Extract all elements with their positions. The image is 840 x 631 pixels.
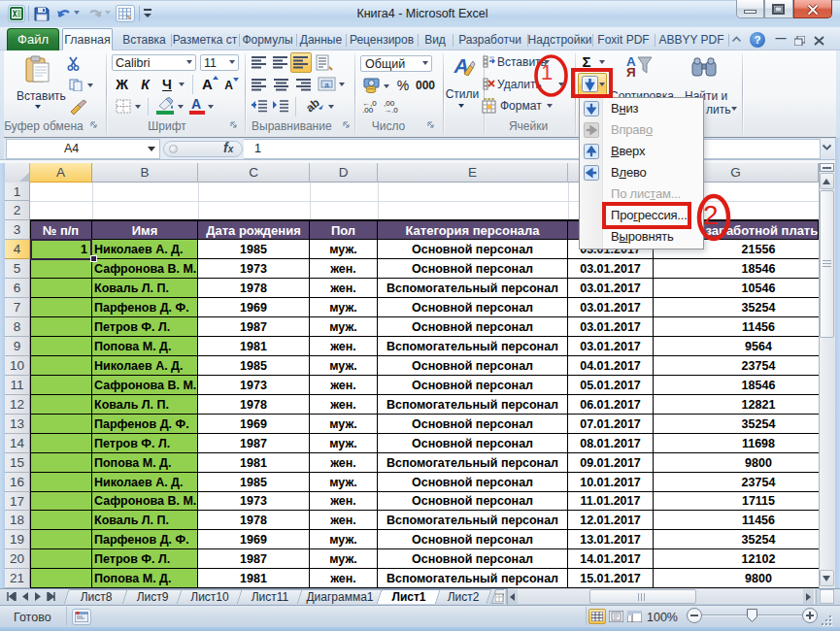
svg-text:a: a xyxy=(324,81,329,89)
svg-text:ab: ab xyxy=(306,97,322,115)
svg-text:→,0: →,0 xyxy=(384,106,398,113)
svg-text:,00: ,00 xyxy=(362,106,374,113)
